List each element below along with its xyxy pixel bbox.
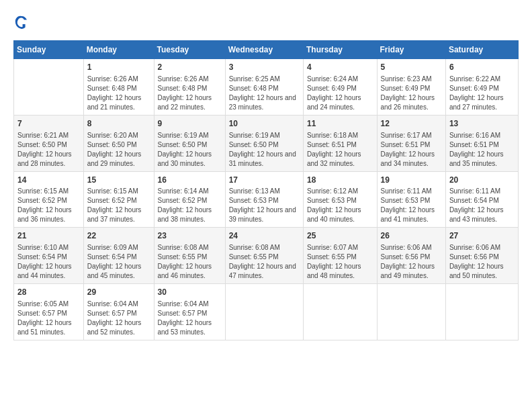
sunrise: Sunrise: 6:05 AM [17,300,80,309]
sunset: Sunset: 6:55 PM [229,253,300,262]
sunrise: Sunrise: 6:06 AM [449,243,515,253]
day-cell: 7 Sunrise: 6:21 AM Sunset: 6:50 PM Dayli… [14,115,84,171]
day-number: 6 [449,62,515,73]
day-number: 21 [17,230,80,242]
daylight: Daylight: 12 hours and 39 minutes. [229,205,300,224]
day-cell: 3 Sunrise: 6:25 AM Sunset: 6:48 PM Dayli… [225,59,303,116]
day-number: 5 [381,62,442,73]
day-number: 18 [307,175,373,186]
sunset: Sunset: 6:52 PM [17,196,80,205]
day-number: 16 [158,175,222,186]
day-cell: 19 Sunrise: 6:11 AM Sunset: 6:53 PM Dayl… [377,171,445,228]
header-day: Saturday [445,41,518,59]
day-number: 14 [17,175,80,186]
day-number: 17 [229,175,300,186]
day-number: 23 [158,230,222,242]
header-row: SundayMondayTuesdayWednesdayThursdayFrid… [14,41,519,59]
sunset: Sunset: 6:51 PM [381,140,442,150]
sunset: Sunset: 6:57 PM [17,309,80,318]
sunset: Sunset: 6:49 PM [307,84,373,93]
sunrise: Sunrise: 6:20 AM [87,131,150,140]
daylight: Daylight: 12 hours and 34 minutes. [381,150,442,169]
day-cell: 24 Sunrise: 6:08 AM Sunset: 6:55 PM Dayl… [225,228,303,284]
sunset: Sunset: 6:54 PM [17,253,80,262]
sunset: Sunset: 6:48 PM [87,84,150,93]
day-cell: 30 Sunrise: 6:04 AM Sunset: 6:57 PM Dayl… [154,284,225,340]
sunrise: Sunrise: 6:21 AM [17,131,80,140]
day-number: 30 [158,287,222,298]
day-number: 10 [229,118,300,130]
day-cell: 8 Sunrise: 6:20 AM Sunset: 6:50 PM Dayli… [83,115,154,171]
day-cell: 4 Sunrise: 6:24 AM Sunset: 6:49 PM Dayli… [303,59,377,116]
daylight: Daylight: 12 hours and 35 minutes. [449,150,515,169]
day-cell: 11 Sunrise: 6:18 AM Sunset: 6:51 PM Dayl… [303,115,377,171]
daylight: Daylight: 12 hours and 31 minutes. [229,150,300,169]
sunset: Sunset: 6:51 PM [307,140,373,150]
week-row: 1 Sunrise: 6:26 AM Sunset: 6:48 PM Dayli… [14,59,519,116]
day-number: 9 [158,118,222,130]
day-number: 8 [87,118,150,130]
daylight: Daylight: 12 hours and 44 minutes. [17,262,80,281]
daylight: Daylight: 12 hours and 41 minutes. [381,205,442,224]
day-number: 27 [449,230,515,242]
week-row: 28 Sunrise: 6:05 AM Sunset: 6:57 PM Dayl… [14,284,519,340]
sunrise: Sunrise: 6:24 AM [307,75,373,84]
sunrise: Sunrise: 6:10 AM [17,243,80,253]
daylight: Daylight: 12 hours and 38 minutes. [158,205,222,224]
day-cell: 18 Sunrise: 6:12 AM Sunset: 6:53 PM Dayl… [303,171,377,228]
daylight: Daylight: 12 hours and 50 minutes. [449,262,515,281]
day-number: 11 [307,118,373,130]
day-cell: 23 Sunrise: 6:08 AM Sunset: 6:55 PM Dayl… [154,228,225,284]
sunset: Sunset: 6:48 PM [158,84,222,93]
day-cell: 27 Sunrise: 6:06 AM Sunset: 6:56 PM Dayl… [445,228,518,284]
daylight: Daylight: 12 hours and 32 minutes. [307,150,373,169]
sunset: Sunset: 6:51 PM [449,140,515,150]
day-cell: 15 Sunrise: 6:15 AM Sunset: 6:52 PM Dayl… [83,171,154,228]
daylight: Daylight: 12 hours and 27 minutes. [449,93,515,112]
daylight: Daylight: 12 hours and 53 minutes. [158,318,222,337]
sunrise: Sunrise: 6:09 AM [87,243,150,253]
sunrise: Sunrise: 6:14 AM [158,187,222,196]
day-number: 26 [381,230,442,242]
daylight: Daylight: 12 hours and 24 minutes. [307,93,373,112]
daylight: Daylight: 12 hours and 48 minutes. [307,262,373,281]
daylight: Daylight: 12 hours and 23 minutes. [229,93,300,112]
day-number: 15 [87,175,150,186]
daylight: Daylight: 12 hours and 49 minutes. [381,262,442,281]
sunrise: Sunrise: 6:23 AM [381,75,442,84]
sunset: Sunset: 6:50 PM [229,140,300,150]
day-number: 25 [307,230,373,242]
day-cell [14,59,84,116]
sunrise: Sunrise: 6:06 AM [381,243,442,253]
daylight: Daylight: 12 hours and 22 minutes. [158,93,222,112]
sunset: Sunset: 6:57 PM [158,309,222,318]
day-number: 7 [17,118,80,130]
daylight: Daylight: 12 hours and 45 minutes. [87,262,150,281]
header-day: Friday [377,41,445,59]
day-number: 3 [229,62,300,73]
sunset: Sunset: 6:49 PM [381,84,442,93]
sunset: Sunset: 6:53 PM [229,196,300,205]
sunrise: Sunrise: 6:18 AM [307,131,373,140]
sunrise: Sunrise: 6:15 AM [87,187,150,196]
daylight: Daylight: 12 hours and 37 minutes. [87,205,150,224]
day-cell: 17 Sunrise: 6:13 AM Sunset: 6:53 PM Dayl… [225,171,303,228]
day-cell: 12 Sunrise: 6:17 AM Sunset: 6:51 PM Dayl… [377,115,445,171]
sunset: Sunset: 6:53 PM [307,196,373,205]
daylight: Daylight: 12 hours and 43 minutes. [449,205,515,224]
sunrise: Sunrise: 6:11 AM [449,187,515,196]
sunset: Sunset: 6:55 PM [307,253,373,262]
day-cell: 2 Sunrise: 6:26 AM Sunset: 6:48 PM Dayli… [154,59,225,116]
day-number: 22 [87,230,150,242]
sunrise: Sunrise: 6:07 AM [307,243,373,253]
day-cell: 16 Sunrise: 6:14 AM Sunset: 6:52 PM Dayl… [154,171,225,228]
sunset: Sunset: 6:54 PM [87,253,150,262]
sunrise: Sunrise: 6:08 AM [229,243,300,253]
sunset: Sunset: 6:53 PM [381,196,442,205]
page-header [13,13,519,30]
day-cell [377,284,445,340]
day-number: 4 [307,62,373,73]
calendar-table: SundayMondayTuesdayWednesdayThursdayFrid… [13,40,519,340]
sunset: Sunset: 6:52 PM [158,196,222,205]
day-number: 1 [87,62,150,73]
